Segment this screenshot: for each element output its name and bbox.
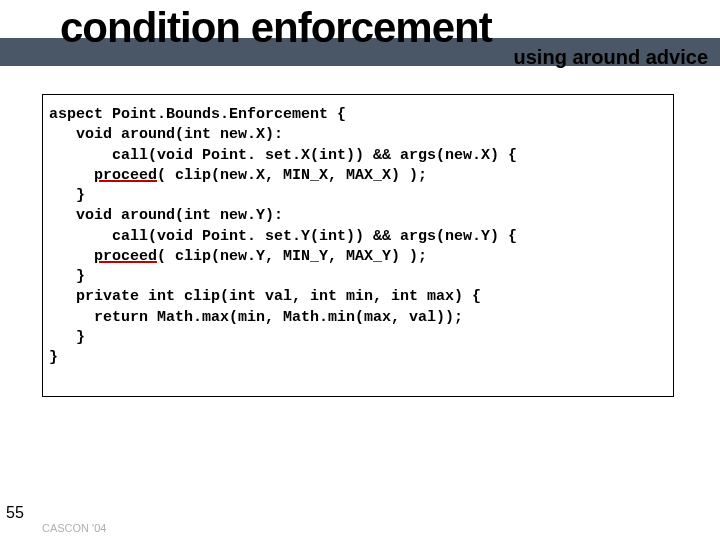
code-text: ( clip(new.Y, MIN_Y, MAX_Y) );: [157, 248, 427, 265]
proceed-keyword: proceed: [94, 167, 157, 184]
code-line: proceed( clip(new.X, MIN_X, MAX_X) );: [49, 166, 667, 186]
code-line: call(void Point. set.X(int)) && args(new…: [49, 146, 667, 166]
code-indent: [49, 167, 94, 184]
code-line: call(void Point. set.Y(int)) && args(new…: [49, 227, 667, 247]
code-line: void around(int new.Y):: [49, 206, 667, 226]
page-number: 55: [6, 504, 24, 522]
code-text: ( clip(new.X, MIN_X, MAX_X) );: [157, 167, 427, 184]
code-line: proceed( clip(new.Y, MIN_Y, MAX_Y) );: [49, 247, 667, 267]
slide-subtitle: using around advice: [514, 46, 708, 69]
slide-title: condition enforcement: [60, 4, 492, 52]
code-line: aspect Point.Bounds.Enforcement {: [49, 105, 667, 125]
code-line: return Math.max(min, Math.min(max, val))…: [49, 308, 667, 328]
code-indent: [49, 248, 94, 265]
proceed-keyword: proceed: [94, 248, 157, 265]
footer-text: CASCON '04: [42, 522, 106, 534]
code-line: }: [49, 186, 667, 206]
slide: condition enforcement using around advic…: [0, 0, 720, 540]
code-line: void around(int new.X):: [49, 125, 667, 145]
code-line: }: [49, 267, 667, 287]
code-line: }: [49, 328, 667, 348]
code-line: }: [49, 348, 667, 368]
code-box: aspect Point.Bounds.Enforcement { void a…: [42, 94, 674, 397]
code-line: private int clip(int val, int min, int m…: [49, 287, 667, 307]
